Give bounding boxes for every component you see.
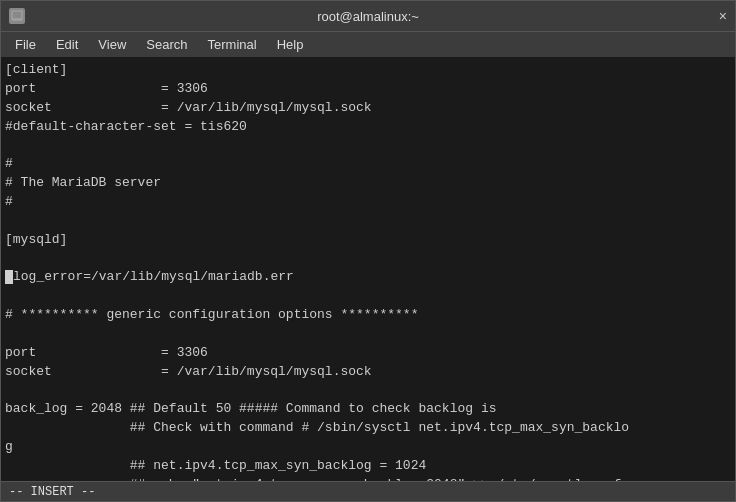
terminal-line: #default-character-set = tis620 [5, 119, 247, 134]
terminal-line: [client] [5, 62, 67, 77]
menu-help[interactable]: Help [267, 35, 314, 54]
menu-search[interactable]: Search [136, 35, 197, 54]
title-bar-left [9, 8, 25, 24]
terminal-line: # [5, 156, 13, 171]
status-text: -- INSERT -- [9, 485, 95, 499]
close-button[interactable]: × [719, 9, 727, 23]
menu-file[interactable]: File [5, 35, 46, 54]
terminal-line: back_log = 2048 ## Default 50 ##### Comm… [5, 401, 496, 416]
terminal-line: g [5, 439, 13, 454]
terminal-window: root@almalinux:~ × File Edit View Search… [0, 0, 736, 502]
terminal-line: log_error=/var/lib/mysql/mariadb.err [5, 269, 294, 284]
menu-terminal[interactable]: Terminal [198, 35, 267, 54]
status-bar: -- INSERT -- [1, 481, 735, 501]
terminal-line: ## net.ipv4.tcp_max_syn_backlog = 1024 [5, 458, 426, 473]
title-bar: root@almalinux:~ × [1, 1, 735, 31]
terminal-content[interactable]: [client] port = 3306 socket = /var/lib/m… [1, 57, 735, 481]
menu-edit[interactable]: Edit [46, 35, 88, 54]
terminal-line: port = 3306 [5, 345, 208, 360]
terminal-icon [9, 8, 25, 24]
svg-rect-0 [12, 11, 22, 19]
terminal-line: socket = /var/lib/mysql/mysql.sock [5, 364, 372, 379]
cursor [5, 270, 13, 284]
window-title: root@almalinux:~ [317, 9, 419, 24]
menu-view[interactable]: View [88, 35, 136, 54]
terminal-line: [mysqld] [5, 232, 67, 247]
terminal-line: # [5, 194, 13, 209]
terminal-line: socket = /var/lib/mysql/mysql.sock [5, 100, 372, 115]
terminal-line: # ********** generic configuration optio… [5, 307, 418, 322]
terminal-line: port = 3306 [5, 81, 208, 96]
terminal-line: ## Check with command # /sbin/sysctl net… [5, 420, 629, 435]
menu-bar: File Edit View Search Terminal Help [1, 31, 735, 57]
terminal-line: # The MariaDB server [5, 175, 161, 190]
